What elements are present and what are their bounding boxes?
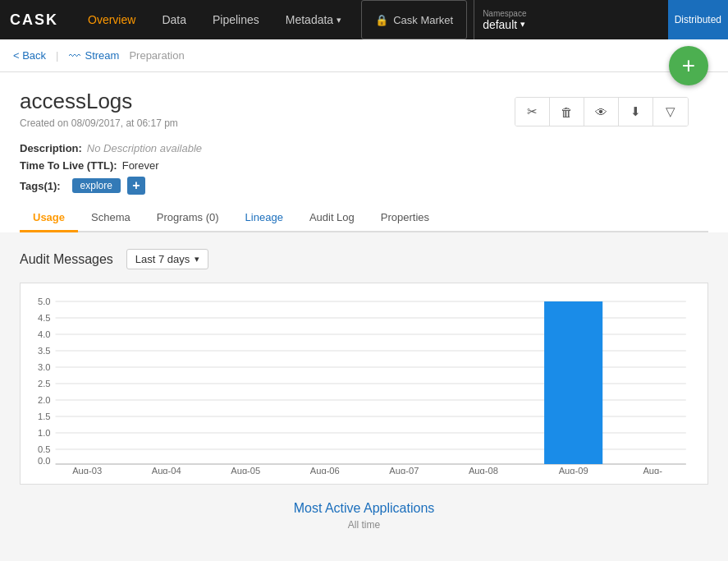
time-range-dropdown[interactable]: Last 7 days ▾ [126, 249, 209, 269]
trash-icon: 🗑 [561, 105, 573, 119]
tag-explore[interactable]: explore [72, 178, 121, 193]
scissors-button[interactable]: ✂ [515, 98, 550, 126]
svg-text:Aug-03: Aug-03 [72, 466, 102, 474]
description-label: Description: [20, 142, 82, 154]
filter-button[interactable]: ▽ [653, 98, 688, 126]
add-fab-button[interactable]: + [669, 46, 708, 85]
namespace-selector[interactable]: Namespace default ▾ [474, 0, 534, 39]
back-button[interactable]: < Back [13, 49, 46, 62]
chart-inner: 5.0 4.5 4.0 3.5 3.0 2.5 2.0 1.5 1.0 0.5 … [27, 293, 694, 474]
description-row: Description: No Description available [20, 142, 708, 154]
svg-text:2.0: 2.0 [38, 395, 51, 405]
top-nav: CASK Overview Data Pipelines Metadata ▾ … [0, 0, 728, 39]
tab-usage[interactable]: Usage [20, 205, 78, 232]
svg-text:5.0: 5.0 [38, 297, 51, 306]
namespace-label: Namespace [483, 9, 526, 18]
svg-text:0.0: 0.0 [38, 456, 51, 466]
description-value: No Description available [87, 142, 202, 154]
view-button[interactable]: 👁 [584, 98, 619, 126]
stream-link[interactable]: 〰 Stream [69, 49, 120, 62]
svg-text:Aug-04: Aug-04 [152, 466, 181, 474]
audit-chart: 5.0 4.5 4.0 3.5 3.0 2.5 2.0 1.5 1.0 0.5 … [20, 283, 708, 485]
chevron-down-icon: ▾ [195, 254, 199, 264]
tags-label: Tags(1): [20, 180, 61, 192]
scissors-icon: ✂ [527, 104, 538, 119]
svg-text:3.5: 3.5 [38, 346, 51, 356]
svg-text:Aug-08: Aug-08 [469, 466, 498, 474]
tab-properties[interactable]: Properties [368, 205, 442, 232]
nav-data[interactable]: Data [149, 0, 199, 39]
main-body: Audit Messages Last 7 days ▾ 5.0 4.5 4.0… [0, 232, 728, 547]
audit-title: Audit Messages [20, 252, 113, 267]
svg-text:2.5: 2.5 [38, 379, 51, 389]
ttl-value: Forever [122, 159, 159, 172]
tags-row: Tags(1): explore + [20, 177, 708, 195]
most-active-title: Most Active Applications [20, 501, 708, 516]
download-button[interactable]: ⬇ [619, 98, 653, 126]
action-toolbar: ✂ 🗑 👁 ⬇ ▽ [515, 97, 689, 126]
ttl-label: Time To Live (TTL): [20, 159, 117, 172]
lock-icon: 🔒 [375, 14, 388, 26]
content-area: ✂ 🗑 👁 ⬇ ▽ accessLogs Created on 08/09/20… [0, 72, 728, 232]
delete-button[interactable]: 🗑 [550, 98, 584, 126]
ttl-row: Time To Live (TTL): Forever [20, 159, 708, 172]
chart-bar-aug09 [544, 301, 602, 464]
nav-pipelines[interactable]: Pipelines [199, 0, 272, 39]
chart-svg: 5.0 4.5 4.0 3.5 3.0 2.5 2.0 1.5 1.0 0.5 … [27, 293, 694, 474]
add-tag-button[interactable]: + [127, 177, 145, 195]
svg-text:Aug-07: Aug-07 [389, 466, 419, 474]
chevron-down-icon: ▾ [337, 15, 341, 25]
svg-text:4.0: 4.0 [38, 329, 51, 339]
content-header: ✂ 🗑 👁 ⬇ ▽ accessLogs Created on 08/09/20… [20, 89, 708, 195]
most-active-subtitle: All time [20, 519, 708, 531]
nav-links: Overview Data Pipelines Metadata ▾ 🔒 Cas… [75, 0, 718, 46]
divider: | [56, 49, 58, 62]
audit-header: Audit Messages Last 7 days ▾ [20, 249, 708, 269]
tab-schema[interactable]: Schema [78, 205, 144, 232]
svg-text:1.0: 1.0 [38, 428, 51, 438]
chevron-down-icon: ▾ [520, 19, 525, 30]
tab-lineage[interactable]: Lineage [232, 205, 296, 232]
prep-label: Preparation [129, 49, 184, 62]
download-icon: ⬇ [630, 104, 641, 119]
svg-text:1.5: 1.5 [38, 412, 51, 421]
tab-programs[interactable]: Programs (0) [144, 205, 232, 232]
nav-overview[interactable]: Overview [75, 0, 149, 39]
svg-text:3.0: 3.0 [38, 362, 51, 372]
distributed-badge: Distributed [668, 0, 728, 39]
eye-icon: 👁 [595, 105, 607, 119]
stream-wave-icon: 〰 [69, 49, 80, 62]
svg-text:4.5: 4.5 [38, 313, 51, 323]
tab-audit-log[interactable]: Audit Log [296, 205, 368, 232]
most-active-section: Most Active Applications All time [20, 501, 708, 531]
nav-cask-market[interactable]: 🔒 Cask Market [361, 0, 467, 39]
svg-text:0.5: 0.5 [38, 444, 51, 454]
app-logo: CASK [10, 11, 58, 29]
filter-icon: ▽ [666, 104, 675, 119]
svg-text:Aug-06: Aug-06 [310, 466, 340, 474]
svg-text:Aug-: Aug- [643, 466, 662, 474]
namespace-value: default ▾ [483, 18, 525, 31]
nav-metadata[interactable]: Metadata ▾ [272, 0, 355, 39]
tab-bar: Usage Schema Programs (0) Lineage Audit … [20, 205, 708, 232]
svg-text:Aug-09: Aug-09 [559, 466, 588, 474]
svg-text:Aug-05: Aug-05 [231, 466, 260, 474]
